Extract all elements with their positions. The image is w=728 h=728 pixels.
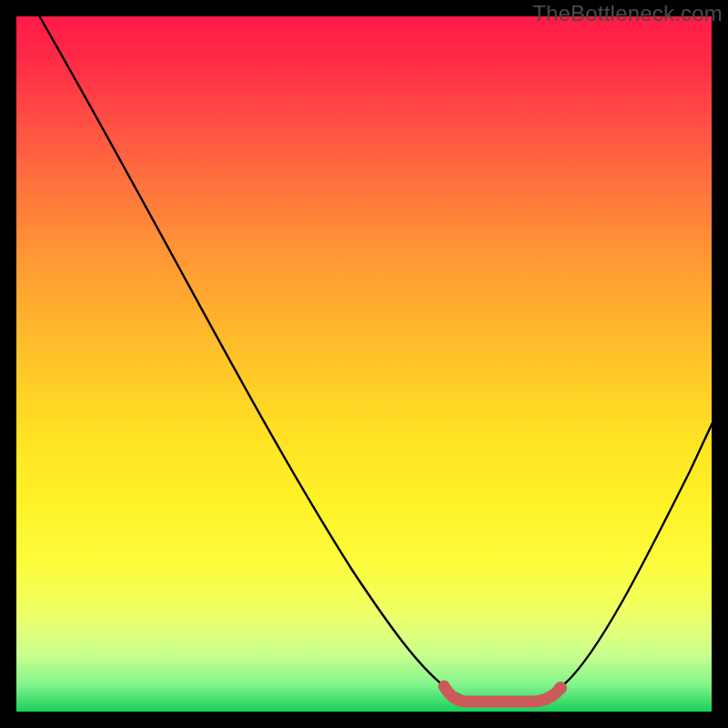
chart-frame: TheBottleneck.com — [0, 0, 728, 728]
bottleneck-curve — [36, 16, 712, 703]
curve-layer — [16, 16, 712, 712]
plot-area — [16, 16, 712, 712]
watermark-text: TheBottleneck.com — [532, 1, 723, 26]
ideal-range-marker — [444, 686, 561, 702]
ideal-end-dot — [554, 682, 567, 694]
